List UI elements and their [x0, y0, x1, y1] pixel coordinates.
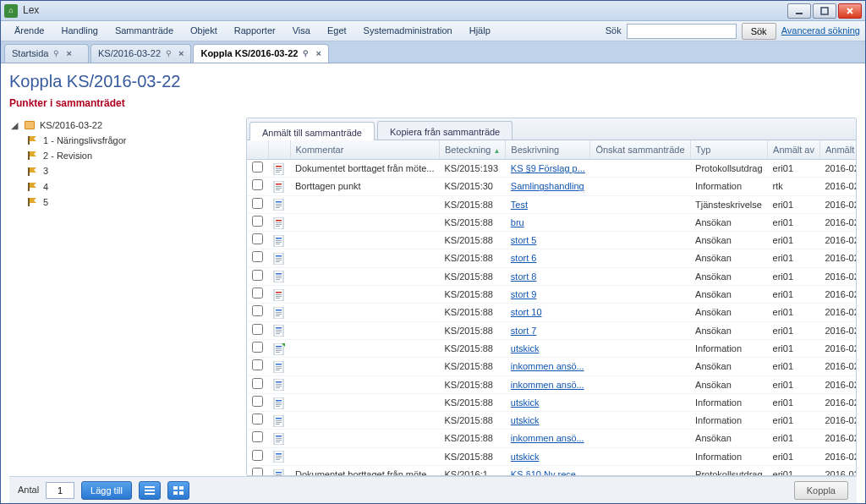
table-row[interactable]: Dokumentet borttaget från möte...KS/2016…: [247, 466, 856, 475]
menu-handling[interactable]: Handling: [52, 22, 106, 39]
maximize-button[interactable]: [813, 3, 836, 19]
table-row[interactable]: KS/2015:88utskickInformationeri012016-02…: [247, 339, 856, 357]
beskrivning-link[interactable]: inkommen ansö...: [511, 361, 584, 371]
row-checkbox[interactable]: [252, 378, 263, 389]
row-checkbox[interactable]: [252, 198, 263, 209]
table-row[interactable]: KS/2015:88stort 6Ansökaneri012016-02-29: [247, 249, 856, 267]
table-row[interactable]: KS/2015:88inkommen ansö...Ansökaneri0120…: [247, 430, 856, 447]
tab-0[interactable]: Startsida⚲×: [4, 44, 89, 63]
row-checkbox[interactable]: [252, 216, 263, 227]
menu-objekt[interactable]: Objekt: [182, 22, 226, 39]
beskrivning-link[interactable]: stort 9: [511, 289, 537, 299]
tab-1[interactable]: KS/2016-03-22⚲×: [90, 44, 191, 63]
menu-eget[interactable]: Eget: [319, 22, 355, 39]
beskrivning-link[interactable]: utskick: [511, 415, 540, 425]
col-beskrivning[interactable]: Beskrivning: [506, 140, 590, 160]
row-checkbox[interactable]: [252, 305, 263, 316]
col-onskat[interactable]: Önskat sammanträde: [590, 140, 690, 160]
row-checkbox[interactable]: [252, 179, 263, 190]
beskrivning-link[interactable]: Samlingshandling: [511, 181, 584, 191]
col-kommentar[interactable]: Kommentar: [290, 140, 439, 160]
row-checkbox[interactable]: [252, 396, 263, 407]
row-checkbox[interactable]: [252, 342, 263, 353]
add-button[interactable]: Lägg till: [81, 481, 132, 500]
list-view-button[interactable]: [139, 481, 161, 500]
col-anmalt[interactable]: Anmält: [819, 140, 856, 160]
tree-item[interactable]: 4: [9, 179, 238, 194]
table-row[interactable]: KS/2015:88utskickInformationeri012016-02…: [247, 447, 856, 465]
tab-close-icon[interactable]: ×: [315, 47, 321, 59]
beskrivning-link[interactable]: stort 6: [511, 253, 537, 263]
beskrivning-link[interactable]: stort 7: [511, 326, 537, 336]
col-beteckning[interactable]: Beteckning▲: [439, 140, 505, 160]
col-icon[interactable]: [268, 140, 290, 160]
tab-close-icon[interactable]: ×: [178, 47, 184, 59]
tree-item[interactable]: 3: [9, 163, 238, 178]
beskrivning-link[interactable]: bru: [511, 217, 524, 227]
beskrivning-link[interactable]: Test: [511, 200, 528, 210]
beskrivning-link[interactable]: KS §9 Förslag p...: [511, 163, 585, 173]
row-checkbox[interactable]: [252, 359, 263, 370]
beskrivning-link[interactable]: utskick: [511, 397, 540, 408]
beskrivning-link[interactable]: KS §10 Ny rece...: [511, 469, 584, 475]
table-row[interactable]: KS/2015:88stort 7Ansökaneri012016-02-29: [247, 321, 856, 339]
row-checkbox[interactable]: [252, 450, 263, 461]
row-checkbox[interactable]: [252, 251, 263, 262]
advanced-search-link[interactable]: Avancerad sökning: [781, 25, 860, 36]
tree-item[interactable]: 2 - Revision: [9, 148, 238, 163]
menu-visa[interactable]: Visa: [284, 22, 319, 39]
beskrivning-link[interactable]: inkommen ansö...: [511, 380, 584, 390]
menu-arende[interactable]: Ärende: [6, 22, 52, 39]
table-row[interactable]: KS/2015:88stort 5Ansökaneri012016-02-29: [247, 232, 856, 249]
col-anmalt-av[interactable]: Anmält av: [768, 140, 820, 160]
tree-collapse-icon[interactable]: ◢: [9, 119, 19, 131]
tab-close-icon[interactable]: ×: [66, 47, 71, 59]
antal-input[interactable]: [46, 482, 74, 499]
menu-help[interactable]: Hjälp: [461, 22, 499, 39]
beskrivning-link[interactable]: inkommen ansö...: [511, 433, 584, 443]
row-checkbox[interactable]: [252, 233, 263, 244]
row-checkbox[interactable]: [252, 270, 263, 281]
tab-2[interactable]: Koppla KS/2016-03-22⚲×: [193, 44, 328, 63]
koppla-button[interactable]: Koppla: [794, 481, 848, 500]
col-checkbox[interactable]: [247, 140, 268, 160]
minimize-button[interactable]: [787, 3, 811, 19]
table-row[interactable]: KS/2015:88stort 9Ansökaneri012016-02-29: [247, 286, 856, 304]
row-checkbox[interactable]: [252, 414, 263, 425]
subtab-0[interactable]: Anmält till sammanträde: [249, 122, 375, 140]
row-checkbox[interactable]: [252, 162, 263, 173]
row-checkbox[interactable]: [252, 431, 263, 442]
search-input[interactable]: [627, 24, 737, 39]
grid-view-button[interactable]: [167, 481, 189, 500]
tree-root[interactable]: ◢ KS/2016-03-22: [9, 118, 238, 133]
tree-item-label: 4: [43, 181, 48, 193]
row-checkbox[interactable]: [252, 468, 263, 475]
search-button[interactable]: Sök: [742, 23, 776, 40]
table-row[interactable]: KS/2015:88utskickInformationeri012016-02…: [247, 412, 856, 430]
beskrivning-link[interactable]: stort 10: [511, 307, 542, 317]
table-row[interactable]: KS/2015:88inkommen ansö...Ansökaneri0120…: [247, 358, 856, 375]
row-checkbox[interactable]: [252, 324, 263, 335]
cell-typ: Ansökan: [690, 213, 768, 231]
table-row[interactable]: KS/2015:88utskickInformationeri012016-02…: [247, 393, 856, 411]
subtab-1[interactable]: Kopiera från sammanträde: [377, 121, 512, 140]
menu-systemadmin[interactable]: Systemadministration: [355, 22, 461, 39]
table-row[interactable]: KS/2015:88stort 8Ansökaneri012016-02-29: [247, 267, 856, 285]
table-row[interactable]: KS/2015:88bruAnsökaneri012016-02-29: [247, 213, 856, 231]
tree-item[interactable]: 1 - Näringslivsfrågor: [9, 133, 238, 148]
beskrivning-link[interactable]: stort 8: [511, 271, 537, 282]
beskrivning-link[interactable]: utskick: [511, 452, 540, 462]
table-row[interactable]: KS/2015:88TestTjänsteskrivelseeri012016-…: [247, 195, 856, 213]
table-row[interactable]: KS/2015:88inkommen ansö...Ansökaneri0120…: [247, 375, 856, 393]
row-checkbox[interactable]: [252, 288, 263, 299]
table-row[interactable]: Borttagen punktKS/2015:30Samlingshandlin…: [247, 178, 856, 195]
table-row[interactable]: KS/2015:88stort 10Ansökaneri012016-02-29: [247, 304, 856, 321]
menu-rapporter[interactable]: Rapporter: [226, 22, 284, 39]
beskrivning-link[interactable]: stort 5: [511, 235, 537, 245]
col-typ[interactable]: Typ: [690, 140, 768, 160]
close-button[interactable]: [838, 3, 862, 19]
menu-sammantrde[interactable]: Sammanträde: [107, 22, 182, 39]
table-row[interactable]: Dokumentet borttaget från möte...KS/2015…: [247, 159, 856, 177]
tree-item[interactable]: 5: [9, 194, 238, 210]
beskrivning-link[interactable]: utskick: [511, 343, 540, 353]
